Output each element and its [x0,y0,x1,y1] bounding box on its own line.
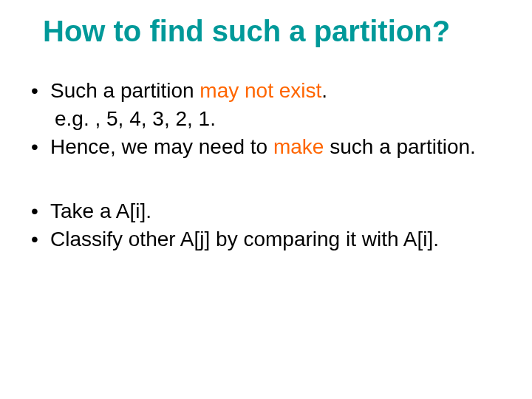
bullet-text: Take a A[i]. [50,197,502,225]
bullet-item-3: • Take a A[i]. [30,197,502,225]
content-block-2: • Take a A[i]. • Classify other A[j] by … [30,197,502,253]
bullet-icon: • [30,197,50,225]
highlight-text: make [273,135,324,158]
bullet-text: Hence, we may need to make such a partit… [50,133,502,161]
text-segment: Such a partition [50,79,200,102]
bullet-icon: • [30,133,50,161]
example-line: e.g. , 5, 4, 3, 2, 1. [55,105,502,133]
slide-title: How to find such a partition? [43,15,502,47]
bullet-item-4: • Classify other A[j] by comparing it wi… [30,225,502,253]
text-segment: . [321,79,327,102]
slide: How to find such a partition? • Such a p… [0,0,532,399]
content-block-1: • Such a partition may not exist. e.g. ,… [30,77,502,160]
bullet-text: Classify other A[j] by comparing it with… [50,225,502,253]
highlight-text: may not exist [200,79,321,102]
text-segment: such a partition. [324,135,475,158]
bullet-item-2: • Hence, we may need to make such a part… [30,133,502,161]
bullet-text: Such a partition may not exist. [50,77,502,105]
bullet-item-1: • Such a partition may not exist. [30,77,502,105]
bullet-icon: • [30,225,50,253]
bullet-icon: • [30,77,50,105]
text-segment: Hence, we may need to [50,135,273,158]
